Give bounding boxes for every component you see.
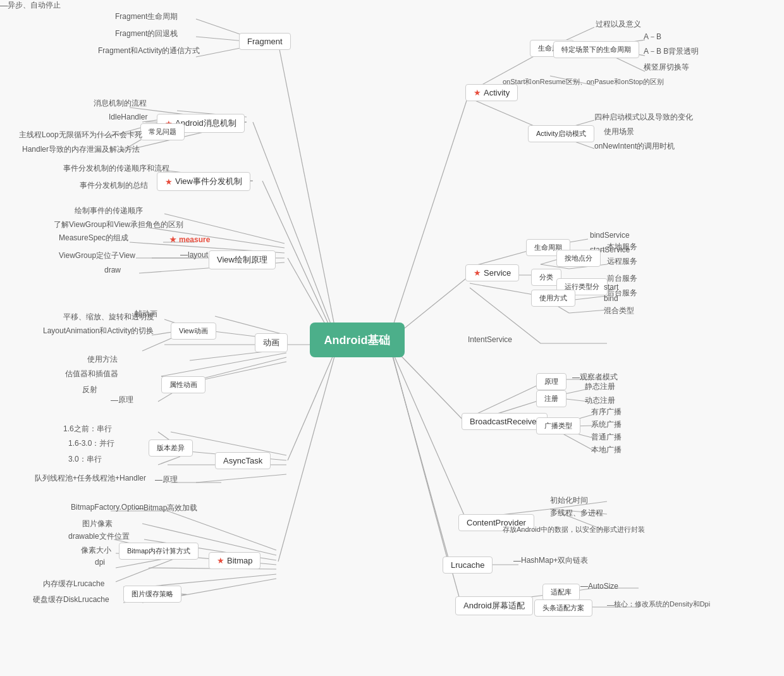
bc-system-text: 系统广播 (591, 419, 622, 430)
cp-init-time-text: 初始化时间 (550, 495, 588, 506)
svg-line-11 (392, 353, 449, 565)
usage-anim-text: 使用方法 (87, 354, 118, 365)
broadcast-node: BroadcastReceiver (462, 413, 548, 430)
handler-leak-text: Handler导致的内存泄漏及解决方法 (22, 144, 140, 155)
svc-bind-text: bindService (590, 231, 630, 240)
act-rotate-text: 横竖屏切换等 (644, 62, 689, 73)
screen-adapter-node: 适配库 (542, 584, 580, 601)
svg-line-59 (145, 574, 276, 587)
measure-arrow: ★measure (169, 235, 210, 244)
draw-order-text: 绘制事件的传递顺序 (75, 206, 143, 216)
bc-type-node: 广播类型 (536, 417, 580, 434)
svc-mixed-text: 混合类型 (604, 305, 634, 316)
lru-hashmap-text: —HashMap+双向链表 (513, 555, 588, 566)
svc-local-text: 本地服务 (607, 242, 637, 252)
common-problem-node: 常见问题 (140, 123, 185, 140)
svc-intent-text: IntentService (468, 335, 512, 344)
svg-line-51 (158, 457, 180, 465)
serial-162-text: 1.6之前：串行 (63, 424, 112, 434)
cp-store-text: 存放Android中的数据，以安全的形式进行封装 (503, 525, 645, 534)
frag-lifecycle-text: Fragment生命周期 (115, 11, 178, 22)
serial-30-text: 3.0：串行 (68, 454, 102, 465)
screen-adapt-node: Android屏幕适配 (455, 596, 533, 615)
translate-text: 平移、缩放、旋转和透明度 (63, 312, 154, 323)
fragment-node: Fragment (239, 33, 291, 50)
queue-thread-text: 队列线程池+任务线程池+Handler (35, 473, 146, 484)
idle-handler-text: IdleHandler (109, 113, 147, 121)
service-node: ★Service (465, 264, 519, 281)
svg-line-37 (161, 353, 286, 376)
mindmap-container: Android基础 Fragment Fragment生命周期 Fragment… (0, 0, 784, 676)
principle-async-label: —原理 (155, 474, 178, 485)
layout-anim-text: LayoutAnimation和Activity的切换 (43, 326, 154, 336)
img-size-text: 像素大小 (81, 545, 111, 556)
lrucache-node: Lrucache (443, 556, 493, 574)
version-diff-node: 版本差异 (149, 439, 193, 457)
bitmap-load-text: —Bitmap高效加载 (136, 503, 197, 513)
screen-toutiao-node: 头条适配方案 (534, 599, 592, 617)
svg-line-33 (215, 316, 286, 335)
viewgroup-view-text: 了解ViewGroup和View承担角色的区别 (54, 219, 183, 230)
act-onstart-text: onStart和onResume区别、onPasue和onStop的区别 (503, 77, 664, 87)
svg-line-7 (392, 97, 468, 329)
screen-autosize-text: —AutoSize (580, 582, 618, 591)
svc-async-stop-text: —异步、自动停止 (0, 0, 61, 11)
svg-line-10 (392, 351, 468, 524)
svg-line-0 (278, 43, 335, 329)
property-anim-node: 属性动画 (161, 376, 205, 393)
viewgroup-pos-text: ViewGroup定位子View (59, 250, 135, 261)
principle-anim-text: —原理 (111, 395, 133, 405)
svg-line-1 (253, 122, 335, 335)
view-anim-node: View动画 (171, 323, 216, 340)
main-loop-text: 主线程Loop无限循环为什么不会卡死 (19, 130, 142, 140)
svc-bind2-text: bind (604, 294, 618, 303)
act-special-node: 特定场景下的生命周期 (553, 41, 639, 58)
bc-ordered-text: 有序广播 (591, 407, 622, 417)
frag-backstack-text: Fragment的回退栈 (115, 28, 178, 39)
screen-core-text: —核心：修改系统的Density和Dpi (607, 599, 710, 609)
bitmap-mem-node: Bitmap内存计算方式 (119, 543, 199, 560)
bc-dynamic-text: 动态注册 (585, 395, 615, 406)
act-four-mode-text: 四种启动模式以及导致的变化 (594, 112, 693, 123)
svc-usage-node: 使用方式 (531, 290, 575, 307)
dpi-text: dpi (95, 558, 105, 567)
draw-text: draw (104, 266, 121, 274)
svg-line-6 (278, 354, 335, 562)
svg-line-5 (288, 351, 335, 460)
bc-local-text: 本地广播 (591, 445, 622, 455)
mem-lrucache-text: 内存缓存Lrucache (43, 579, 104, 589)
measurespec-text: MeasureSpec的组成 (59, 233, 128, 243)
disk-lrucache-text: 硬盘缓存DiskLrucache (33, 594, 109, 605)
bc-normal-text: 普通广播 (591, 432, 622, 443)
bc-register-node: 注册 (536, 390, 567, 407)
act-process-text: 过程以及意义 (596, 19, 641, 30)
view-draw-node: View绘制原理 (209, 250, 276, 269)
animation-node: 动画 (255, 333, 288, 352)
svg-line-9 (392, 347, 468, 425)
act-new-intent-text: onNewIntent的调用时机 (594, 141, 675, 152)
frag-activity-text: Fragment和Activity的通信方式 (98, 46, 200, 56)
svc-remote-text: 远程服务 (607, 256, 637, 267)
bitmap-node: ★Bitmap (209, 552, 260, 569)
center-node: Android基础 (310, 323, 405, 357)
svg-line-90 (470, 283, 541, 296)
bc-static-text: 静态注册 (585, 381, 615, 392)
asynctask-node: AsyncTask (215, 452, 271, 469)
svg-line-52 (196, 474, 286, 482)
svc-location-node: 按地点分 (556, 250, 601, 267)
activity-node: ★Activity (465, 84, 518, 101)
view-event-node: ★View事件分发机制 (157, 172, 250, 191)
value-interp-text: 估值器和插值器 (65, 369, 118, 379)
event-summary-text: 事件分发机制的总结 (80, 180, 148, 191)
act-scene-text: 使用场景 (604, 126, 634, 137)
svc-start2-text: start (604, 283, 618, 292)
act-ab-text: A－B (644, 32, 661, 42)
bc-principle-node: 原理 (536, 373, 567, 390)
bitmap-factory-text: BitmapFactory.Option (71, 503, 144, 512)
act-ab-bg-text: A－B B背景透明 (644, 46, 699, 57)
reflect-text: 反射 (82, 384, 97, 395)
img-px-text: 图片像素 (82, 519, 113, 529)
drawable-pos-text: drawable文件位置 (68, 531, 130, 542)
event-dispatch-text: 事件分发机制的传递顺序和流程 (63, 163, 169, 174)
img-cache-node: 图片缓存策略 (123, 586, 181, 603)
